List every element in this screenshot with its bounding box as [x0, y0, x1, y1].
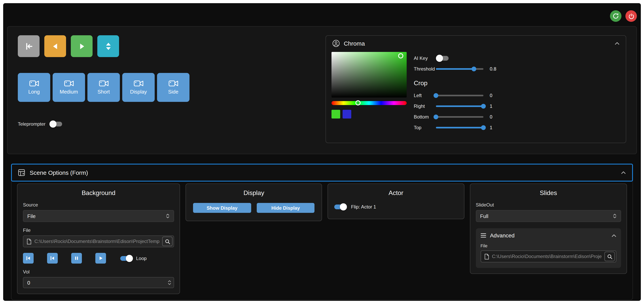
menu-icon [480, 233, 486, 238]
skip-to-start-icon [24, 41, 34, 51]
crop-title: Crop [414, 80, 619, 87]
play-button[interactable] [71, 35, 92, 57]
display-buttons: Show Display Hide Display [193, 203, 314, 213]
source-label: Source [23, 202, 174, 208]
blue-swatch[interactable] [342, 110, 351, 118]
crop-bottom-slider[interactable] [436, 114, 484, 119]
transport-controls [18, 35, 204, 57]
actor-card: Actor Flip: Actor 1 [328, 184, 464, 219]
teleprompter-label: Teleprompter [18, 121, 46, 127]
file-icon [26, 238, 32, 244]
collapse-chroma-button[interactable] [615, 42, 620, 45]
titlebar [3, 3, 641, 26]
ai-key-toggle[interactable] [436, 54, 450, 62]
color-swatches [332, 110, 407, 118]
refresh-button[interactable] [610, 10, 622, 22]
slides-file-label: File [480, 243, 616, 248]
camera-preset-buttons: Long Medium Short Display Side [18, 73, 204, 102]
crop-bottom-label: Bottom [414, 114, 436, 119]
hue-cursor[interactable] [355, 100, 360, 105]
chroma-settings: AI Key Threshold 0.8 Crop Left 0 [414, 52, 619, 133]
collapse-scene-options-button[interactable] [621, 171, 626, 174]
background-card: Background Source File File C:\Users\Roc… [17, 184, 180, 294]
scene-button-display[interactable]: Display [122, 73, 155, 102]
scene-button-long[interactable]: Long [18, 73, 50, 102]
slideout-select[interactable]: Full [476, 210, 621, 222]
slides-file-path: C:\Users\Rocio\Documents\Brainstorm\Edis… [492, 254, 602, 259]
crop-bottom-value: 0 [490, 114, 492, 119]
chroma-panel: Chroma [326, 35, 626, 143]
scene-options-grid: Background Source File File C:\Users\Roc… [17, 184, 627, 294]
hide-display-button[interactable]: Hide Display [256, 203, 314, 213]
play-icon [98, 256, 103, 261]
chevron-up-icon [621, 171, 626, 174]
slides-file-input[interactable]: C:\Users\Rocio\Documents\Brainstorm\Edis… [480, 250, 616, 262]
videocam-icon [134, 80, 144, 87]
skip-previous-icon [26, 256, 31, 261]
media-pause-button[interactable] [71, 253, 82, 264]
media-previous-button[interactable] [47, 253, 58, 264]
playout-controls: Long Medium Short Display Side [18, 35, 204, 145]
scene-button-label: Display [130, 89, 147, 95]
flip-actor-toggle[interactable] [334, 203, 347, 211]
app-window: Long Medium Short Display Side [3, 3, 641, 301]
vol-value: 0 [27, 280, 30, 285]
media-play-button[interactable] [95, 253, 106, 264]
slideout-label: SlideOut [476, 202, 621, 208]
threshold-slider[interactable] [436, 66, 484, 72]
display-card: Display Show Display Hide Display [186, 184, 322, 221]
slides-file-browse-button[interactable] [604, 252, 615, 261]
green-swatch[interactable] [332, 110, 340, 118]
crop-right-slider[interactable] [436, 103, 484, 109]
collapse-advanced-button[interactable] [612, 234, 616, 237]
threshold-label: Threshold [414, 66, 436, 72]
background-playback-controls: Loop [23, 253, 174, 264]
videocam-icon [29, 80, 39, 87]
power-button[interactable] [626, 10, 637, 22]
crop-top-value: 1 [490, 125, 492, 130]
saturation-value-picker[interactable] [332, 52, 407, 97]
scene-button-label: Side [168, 89, 178, 95]
skip-previous-icon [50, 256, 55, 261]
source-select[interactable]: File [23, 210, 174, 222]
crop-left-slider[interactable] [436, 93, 484, 98]
crop-top-slider[interactable] [436, 125, 484, 130]
loop-label: Loop [136, 255, 146, 261]
scene-button-side[interactable]: Side [157, 73, 190, 102]
advanced-title: Advanced [490, 232, 515, 239]
skip-to-start-button[interactable] [18, 35, 40, 57]
teleprompter-toggle[interactable] [50, 120, 63, 128]
flip-actor-row: Flip: Actor 1 [334, 203, 458, 211]
file-label: File [23, 228, 174, 233]
picker-cursor[interactable] [398, 53, 403, 58]
slideout-select-value: Full [480, 213, 488, 219]
crop-top-row: Top 1 [414, 122, 619, 133]
show-display-button[interactable]: Show Display [193, 203, 251, 213]
swap-order-button[interactable] [97, 35, 119, 57]
scene-button-label: Medium [60, 89, 78, 95]
media-skip-start-button[interactable] [23, 253, 34, 264]
background-title: Background [23, 190, 174, 197]
chroma-header[interactable]: Chroma [326, 36, 626, 50]
videocam-icon [64, 80, 74, 87]
advanced-header[interactable]: Advanced [480, 232, 616, 239]
scene-button-medium[interactable]: Medium [52, 73, 85, 102]
search-icon [607, 254, 612, 259]
power-icon [628, 13, 634, 19]
background-file-browse-button[interactable] [162, 237, 172, 246]
display-title: Display [192, 190, 316, 197]
scene-button-short[interactable]: Short [88, 73, 120, 102]
hue-slider[interactable] [332, 101, 407, 105]
videocam-icon [99, 80, 108, 87]
play-left-icon [50, 41, 60, 51]
scene-button-label: Long [28, 89, 40, 95]
vol-stepper[interactable] [168, 280, 171, 285]
scene-options-section: Scene Options (Form) Background Source F… [11, 164, 633, 300]
vol-input[interactable]: 0 [23, 277, 174, 288]
crop-left-label: Left [414, 93, 436, 98]
ai-key-label: AI Key [414, 55, 436, 61]
scene-options-header[interactable]: Scene Options (Form) [11, 164, 633, 182]
background-file-input[interactable]: C:\Users\Rocio\Documents\Brainstorm\Edis… [23, 235, 174, 247]
play-reverse-button[interactable] [44, 35, 66, 57]
loop-toggle[interactable] [120, 254, 133, 262]
